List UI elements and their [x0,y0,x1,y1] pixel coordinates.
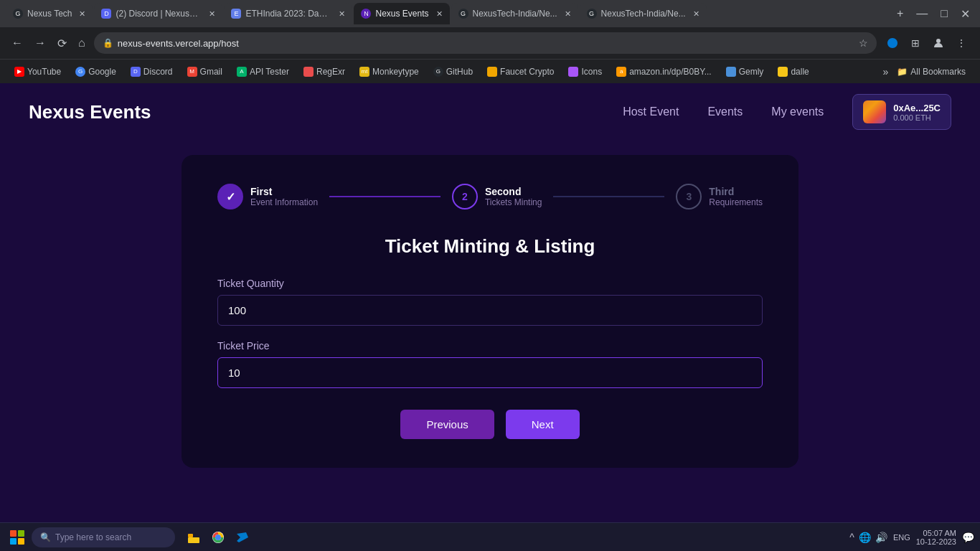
bookmark-google[interactable]: G Google [70,65,122,79]
bookmark-amazon[interactable]: a amazon.in/dp/B0BY... [611,65,717,79]
browser-chrome: G Nexus Tech ✕ D (2) Discord | NexusTe..… [0,0,980,83]
profile-icon[interactable] [928,33,948,53]
new-tab-button[interactable]: + [892,6,908,22]
tab-github-1[interactable]: G NexusTech-India/Ne... ✕ [451,3,578,24]
step-2-label: Second Tickets Minting [485,186,542,207]
back-button[interactable]: ← [9,34,26,52]
next-button[interactable]: Next [506,410,580,439]
maximize-button[interactable]: □ [936,6,952,22]
bookmark-star-icon[interactable]: ☆ [859,37,868,49]
bookmark-gmail[interactable]: M Gmail [182,65,228,79]
step-1-check-icon: ✓ [226,190,235,204]
notification-icon[interactable]: 💬 [962,532,974,543]
refresh-button[interactable]: ⟳ [55,34,70,53]
step-3-sub: Requirements [709,197,763,207]
step-3-circle: 3 [676,184,702,209]
taskbar-file-explorer[interactable] [182,526,205,549]
bookmarks-bar: ▶ YouTube G Google D Discord M Gmail A [0,59,980,83]
taskbar-search-icon: 🔍 [40,532,51,542]
tab-nexus-events[interactable]: N Nexus Events ✕ [354,3,449,24]
svg-point-4 [215,534,221,540]
step-line-2 [553,196,664,197]
edge-icon[interactable] [882,33,903,53]
bookmark-monkeytype[interactable]: mt Monkeytype [354,65,425,79]
taskbar-chrome[interactable] [207,526,230,549]
bookmark-discord[interactable]: D Discord [125,65,179,79]
address-input-wrap[interactable]: 🔒 nexus-events.vercel.app/host ☆ [94,32,877,54]
tab-discord[interactable]: D (2) Discord | NexusTe... ✕ [94,3,222,24]
bookmark-icons[interactable]: Icons [562,65,608,79]
ticket-quantity-group: Ticket Quantity [217,278,763,326]
ticket-quantity-input[interactable] [217,295,763,326]
bookmark-faucet[interactable]: Faucet Crypto [481,65,560,79]
bookmark-api-tester[interactable]: A API Tester [231,65,295,79]
lang-label: ENG [893,533,910,542]
tab-close-4[interactable]: ✕ [436,9,443,19]
more-options-icon[interactable]: ⋮ [951,33,971,53]
form-card: ✓ First Event Information 2 Second Tic [182,155,798,468]
wallet-balance: 0.000 ETH [893,113,941,122]
bookmark-regexr[interactable]: RegExr [298,65,351,79]
bookmark-gemly[interactable]: Gemly [720,65,770,79]
taskbar: 🔍 Type here to search ^ 🌐 🔊 ENG 05:07 AM… [0,522,980,551]
ticket-price-group: Ticket Price [217,340,763,388]
tab-close-3[interactable]: ✕ [339,9,345,19]
extensions-icon[interactable]: ⊞ [905,33,925,53]
taskbar-search[interactable]: 🔍 Type here to search [32,527,175,547]
tab-ethindia[interactable]: E ETHIndia 2023: Dash... ✕ [224,3,352,24]
home-button[interactable]: ⌂ [75,34,88,52]
step-1-sub: Event Information [250,197,318,207]
step-3: 3 Third Requirements [676,184,763,209]
taskbar-search-text: Type here to search [55,532,131,542]
wallet-badge[interactable]: 0xAe...25C 0.000 ETH [852,94,951,130]
windows-icon [10,530,24,545]
ticket-quantity-label: Ticket Quantity [217,278,763,289]
tab-close-2[interactable]: ✕ [209,9,215,19]
sys-icons: ^ 🌐 🔊 [849,532,887,543]
form-title: Ticket Minting & Listing [217,235,763,258]
previous-button[interactable]: Previous [400,410,494,439]
tab-close-1[interactable]: ✕ [79,9,85,19]
nav-links: Host Event Events My events [623,105,824,118]
taskbar-vscode[interactable] [231,526,254,549]
ticket-price-label: Ticket Price [217,340,763,352]
step-2-name: Second [485,186,542,197]
start-button[interactable] [6,526,29,549]
nav-events[interactable]: Events [707,105,743,118]
all-bookmarks-button[interactable]: 📁 All Bookmarks [891,65,971,79]
tab-close-5[interactable]: ✕ [565,9,571,19]
minimize-button[interactable]: — [912,6,932,22]
toolbar-icons: ⊞ ⋮ [882,33,971,53]
wallet-address: 0xAe...25C [893,103,941,113]
bookmark-github[interactable]: G GitHub [428,65,479,79]
bookmark-dalle[interactable]: dalle [772,65,814,79]
step-1-label: First Event Information [250,186,318,207]
more-bookmarks-button[interactable]: » [883,66,889,77]
clock-time: 05:07 AM [916,529,956,537]
svg-rect-1 [188,534,193,537]
network-icon[interactable]: 🌐 [859,532,871,543]
svg-point-0 [936,39,941,43]
taskbar-apps [182,526,254,549]
app-container: Nexus Events Host Event Events My events… [0,83,980,522]
clock-date: 10-12-2023 [916,537,956,546]
ticket-price-input[interactable] [217,357,763,388]
tab-nexus-tech[interactable]: G Nexus Tech ✕ [6,3,93,24]
step-3-name: Third [709,186,763,197]
wallet-avatar [863,100,886,123]
nav-host-event[interactable]: Host Event [623,105,679,118]
close-browser-button[interactable]: ✕ [956,6,974,22]
step-2-sub: Tickets Minting [485,197,542,207]
tab-close-6[interactable]: ✕ [693,9,699,19]
volume-icon[interactable]: 🔊 [875,532,887,543]
step-line-1 [329,196,440,197]
form-buttons: Previous Next [217,410,763,439]
chevron-up-icon[interactable]: ^ [849,532,854,543]
step-2-circle: 2 [452,184,478,209]
bookmark-youtube[interactable]: ▶ YouTube [9,65,67,79]
forward-button[interactable]: → [32,34,49,52]
main-content: ✓ First Event Information 2 Second Tic [0,141,980,482]
nav-my-events[interactable]: My events [771,105,824,118]
taskbar-clock[interactable]: 05:07 AM 10-12-2023 [916,529,956,546]
tab-github-2[interactable]: G NexusTech-India/Ne... ✕ [580,3,707,24]
